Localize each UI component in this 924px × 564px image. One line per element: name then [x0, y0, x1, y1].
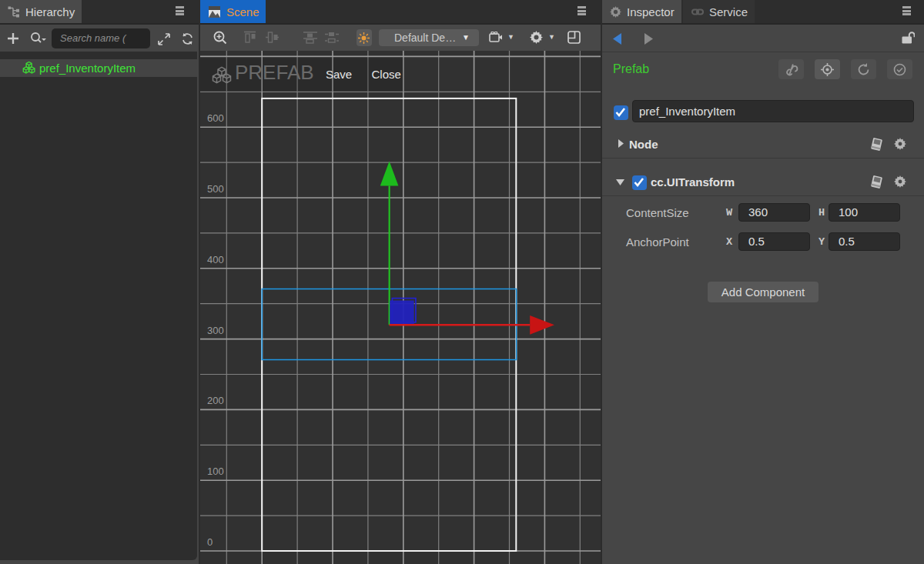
svg-text:Save: Save	[326, 68, 352, 81]
svg-text:PREFAB: PREFAB	[235, 61, 314, 84]
svg-text:Close: Close	[372, 68, 401, 81]
svg-text:300: 300	[207, 325, 224, 336]
svg-text:500: 500	[207, 183, 224, 195]
svg-text:400: 400	[207, 254, 224, 265]
svg-text:100: 100	[207, 466, 224, 477]
svg-text:0: 0	[207, 536, 213, 548]
svg-text:600: 600	[207, 112, 224, 124]
svg-text:200: 200	[207, 395, 224, 406]
